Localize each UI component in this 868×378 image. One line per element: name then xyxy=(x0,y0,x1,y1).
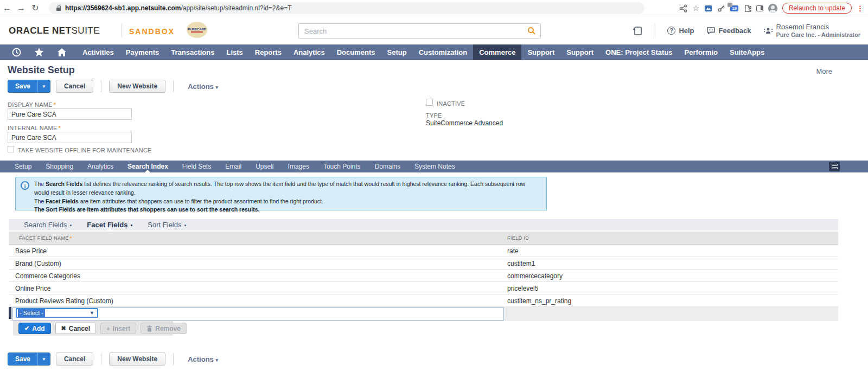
tab-touch-points[interactable]: Touch Points xyxy=(316,161,368,172)
info-message: i The Search Fields list defines the rel… xyxy=(15,177,547,210)
tab-field-sets[interactable]: Field Sets xyxy=(175,161,218,172)
extension-icon-2[interactable] xyxy=(717,4,725,12)
top-button-row: Save ▼ Cancel New Website Actions ▾ xyxy=(8,80,218,93)
new-website-button-bottom[interactable]: New Website xyxy=(109,353,165,366)
tab-system-notes[interactable]: System Notes xyxy=(407,161,462,172)
save-button-bottom[interactable]: Save ▼ xyxy=(8,353,50,366)
insert-button[interactable]: + Insert xyxy=(100,323,136,334)
nav-item-support-1[interactable]: Support xyxy=(521,44,560,60)
browser-menu-icon[interactable]: ⋮ xyxy=(857,4,864,12)
subtab-search-fields[interactable]: Search Fields• xyxy=(16,219,79,230)
nav-item-documents[interactable]: Documents xyxy=(331,44,381,60)
feedback-button[interactable]: Feedback xyxy=(706,27,751,35)
nav-item-transactions[interactable]: Transactions xyxy=(165,44,220,60)
cancel-row-button[interactable]: ✖ Cancel xyxy=(55,323,97,334)
extension-icon-1[interactable] xyxy=(704,4,712,12)
table-row[interactable]: Product Reviews Rating (Custom) custitem… xyxy=(9,294,838,307)
tab-shopping[interactable]: Shopping xyxy=(39,161,80,172)
relaunch-update-button[interactable]: Relaunch to update xyxy=(782,3,852,14)
feedback-icon xyxy=(706,27,716,35)
tab-email[interactable]: Email xyxy=(218,161,248,172)
nav-item-payments[interactable]: Payments xyxy=(120,44,165,60)
nav-item-lists[interactable]: Lists xyxy=(220,44,248,60)
role-switcher[interactable]: Rosemol Francis Pure Care Inc. - Adminis… xyxy=(763,23,860,39)
table-edit-row: - Select - ▼ xyxy=(9,307,838,321)
cancel-button-bottom[interactable]: Cancel xyxy=(56,353,93,366)
tab-search-index[interactable]: Search Index xyxy=(120,161,175,172)
save-button-label[interactable]: Save xyxy=(8,80,37,93)
required-asterisk: * xyxy=(54,101,56,108)
display-name-label: DISPLAY NAME* xyxy=(8,101,56,108)
add-button[interactable]: ✔ Add xyxy=(18,323,51,334)
help-icon: ? xyxy=(667,27,675,35)
actions-menu-bottom[interactable]: Actions ▾ xyxy=(188,355,218,363)
select-value: - Select - xyxy=(18,309,45,317)
nav-item-setup[interactable]: Setup xyxy=(381,44,413,60)
tab-images[interactable]: Images xyxy=(281,161,316,172)
new-website-button[interactable]: New Website xyxy=(109,80,165,93)
home-icon[interactable] xyxy=(57,48,67,57)
info-icon: i xyxy=(21,181,29,190)
url-bar[interactable]: https://3569624-sb1.app.netsuite.com/app… xyxy=(49,2,644,14)
user-role: Pure Care Inc. - Administrator xyxy=(776,31,860,39)
back-icon[interactable]: ← xyxy=(0,3,14,13)
forward-icon[interactable]: → xyxy=(14,3,28,13)
cancel-button[interactable]: Cancel xyxy=(56,80,93,93)
share-icon[interactable] xyxy=(679,4,687,12)
shortcuts-star-icon[interactable] xyxy=(34,48,44,57)
table-row[interactable]: Brand (Custom) custitem1 xyxy=(9,257,838,270)
toggle-view-icon[interactable] xyxy=(829,162,840,171)
nav-item-reports[interactable]: Reports xyxy=(249,44,288,60)
quick-add-icon[interactable] xyxy=(632,25,643,36)
remove-button[interactable]: Remove xyxy=(141,323,187,334)
table-row[interactable]: Online Price pricelevel5 xyxy=(9,282,838,294)
save-dropdown-arrow[interactable]: ▼ xyxy=(37,80,50,93)
inactive-checkbox[interactable] xyxy=(426,99,433,106)
tab-setup[interactable]: Setup xyxy=(8,161,39,172)
global-search-input[interactable] xyxy=(299,27,527,35)
app-header: ORACLE NETSUITE SANDBOX PURECARE ? Help … xyxy=(0,17,868,44)
help-button[interactable]: ? Help xyxy=(667,27,694,35)
facet-field-select[interactable]: - Select - ▼ xyxy=(16,308,98,318)
nav-item-suiteapps[interactable]: SuiteApps xyxy=(724,44,770,60)
subtab-sort-fields[interactable]: Sort Fields• xyxy=(140,219,194,230)
purecare-brand-logo: PURECARE xyxy=(187,22,207,38)
extensions-puzzle-icon[interactable] xyxy=(743,4,751,12)
tab-domains[interactable]: Domains xyxy=(368,161,407,172)
check-icon: ✔ xyxy=(24,325,29,332)
subtab-facet-fields[interactable]: Facet Fields• xyxy=(79,219,140,230)
save-dropdown-arrow[interactable]: ▼ xyxy=(37,353,50,366)
nav-item-performio[interactable]: Performio xyxy=(679,44,724,60)
offline-checkbox[interactable] xyxy=(8,146,14,152)
side-panel-icon[interactable] xyxy=(756,5,763,11)
edit-row-marker xyxy=(9,307,11,319)
internal-name-input[interactable] xyxy=(8,132,132,143)
nav-item-customization[interactable]: Customization xyxy=(413,44,474,60)
x-icon: ✖ xyxy=(61,325,66,332)
nav-item-support-2[interactable]: Support xyxy=(560,44,599,60)
tab-analytics[interactable]: Analytics xyxy=(80,161,120,172)
nav-item-one-project-status[interactable]: ONE: Project Status xyxy=(599,44,679,60)
nav-item-analytics[interactable]: Analytics xyxy=(288,44,331,60)
nav-item-activities[interactable]: Activities xyxy=(76,44,120,60)
table-row[interactable]: Base Price rate xyxy=(9,245,838,257)
tab-upsell[interactable]: Upsell xyxy=(248,161,280,172)
display-name-input[interactable] xyxy=(8,108,132,120)
actions-menu[interactable]: Actions ▾ xyxy=(188,82,218,91)
table-row[interactable]: Commerce Categories commercecategory xyxy=(9,270,838,282)
profile-avatar[interactable] xyxy=(768,4,777,13)
divider xyxy=(173,353,174,365)
inactive-label: INACTIVE xyxy=(437,100,465,107)
offline-checkbox-label: TAKE WEBSITE OFFLINE FOR MAINTENANCE xyxy=(18,147,152,153)
nav-item-commerce[interactable]: Commerce xyxy=(473,44,521,60)
refresh-icon[interactable]: ↻ xyxy=(28,3,42,13)
recents-clock-icon[interactable] xyxy=(12,48,21,57)
search-icon[interactable] xyxy=(527,27,540,35)
divider xyxy=(101,80,101,92)
extension-badge-19[interactable]: 19 xyxy=(730,5,738,11)
more-link[interactable]: More xyxy=(816,67,832,75)
info-line-2: The Facet Fields are item attributes tha… xyxy=(34,197,541,206)
chevron-down-icon: ▾ xyxy=(215,357,218,363)
save-button[interactable]: Save ▼ xyxy=(8,80,50,93)
bookmark-star-icon[interactable]: ☆ xyxy=(692,4,699,12)
